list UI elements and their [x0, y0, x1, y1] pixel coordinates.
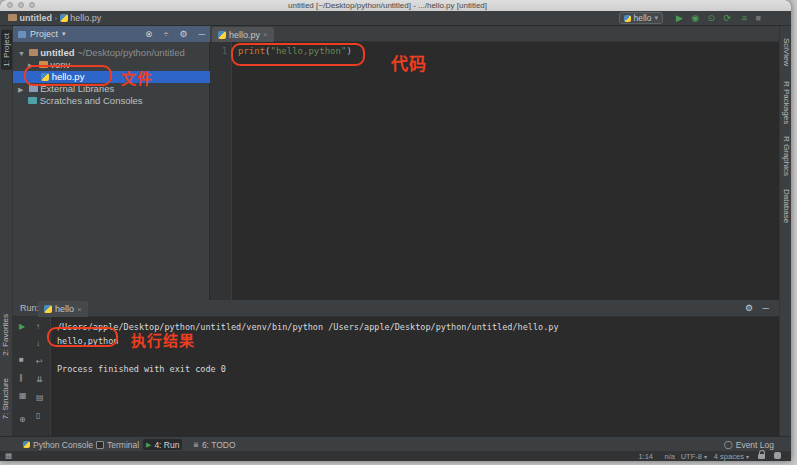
- scroll-to-end-button[interactable]: ⇊: [36, 375, 43, 384]
- annotation-box-file: [24, 65, 112, 86]
- pin-tab-button[interactable]: ⊕: [19, 415, 26, 424]
- stop-button[interactable]: ■: [756, 12, 761, 24]
- branch-closed-icon[interactable]: ▶: [18, 86, 26, 94]
- tree-row-root[interactable]: ▼ untitled ~/Desktop/python/untitled: [13, 47, 210, 59]
- event-log-button[interactable]: ◯ Event Log: [721, 439, 777, 450]
- terminal-label: Terminal: [107, 440, 139, 450]
- profiler-button[interactable]: ⟳: [723, 12, 731, 24]
- run-configuration-value: hello: [634, 13, 652, 23]
- breadcrumb-project[interactable]: untitled: [20, 13, 53, 23]
- toolwindow-tab-todo[interactable]: ≣ 6: TODO: [190, 439, 239, 450]
- sidebar-tab-sciview[interactable]: SciView: [782, 38, 791, 66]
- close-window-button[interactable]: [7, 2, 13, 8]
- terminal-icon: [96, 441, 104, 449]
- editor-tab-label: hello.py: [229, 30, 260, 40]
- debug-button[interactable]: ◉: [691, 12, 699, 24]
- encoding-value: UTF-8: [681, 452, 702, 461]
- toolwindow-tab-terminal[interactable]: Terminal: [93, 439, 142, 450]
- restore-layout-button[interactable]: ▦: [19, 391, 27, 400]
- coverage-button[interactable]: ⊙: [707, 12, 715, 24]
- project-tool-icon: [18, 31, 26, 38]
- settings-gear-icon[interactable]: ⚙: [180, 29, 188, 39]
- run-panel-label: Run:: [20, 303, 39, 313]
- folder-icon: [29, 49, 38, 56]
- collapse-all-icon[interactable]: ÷: [164, 29, 169, 39]
- up-stacktrace-button[interactable]: ↑: [36, 322, 40, 331]
- chevron-right-icon: ›: [55, 14, 58, 23]
- todo-icon: ≣: [193, 441, 199, 449]
- annotation-label-result: 执行结果: [131, 329, 195, 350]
- soft-wrap-button[interactable]: ↩: [36, 357, 43, 366]
- tree-root-name: untitled: [40, 47, 74, 58]
- python-icon: [624, 15, 631, 22]
- settings-gear-icon[interactable]: ⚙: [745, 303, 753, 313]
- right-toolwindow-bar: SciView R Packages R Graphics Database: [779, 26, 791, 436]
- caret-position[interactable]: 1:14: [638, 452, 653, 461]
- indent-indicator[interactable]: 4 spaces ▾: [714, 452, 749, 461]
- locate-file-icon[interactable]: ⊗: [145, 29, 153, 39]
- chevron-down-icon: ▾: [746, 454, 749, 460]
- clear-all-button[interactable]: ▯: [36, 411, 40, 420]
- run-configuration-select[interactable]: hello ▾: [619, 12, 663, 24]
- pause-output-button[interactable]: ∥: [19, 373, 23, 382]
- chevron-down-icon: ▾: [704, 454, 707, 460]
- chevron-down-icon: ▾: [654, 14, 658, 22]
- breadcrumb-file[interactable]: hello.py: [70, 13, 101, 23]
- run-button[interactable]: ▶: [676, 12, 683, 24]
- run-tab-hello[interactable]: hello ×: [38, 301, 88, 317]
- sidebar-tab-r-packages[interactable]: R Packages: [782, 81, 791, 124]
- lock-icon[interactable]: [758, 454, 765, 459]
- editor-area[interactable]: hello.py × 1 print("hello,python"): [210, 26, 779, 300]
- editor-tab-bar: hello.py ×: [210, 26, 779, 42]
- run-tool-button[interactable]: ≡: [742, 12, 747, 24]
- encoding-indicator[interactable]: UTF-8 ▾: [681, 452, 707, 461]
- sidebar-tab-structure[interactable]: 7: Structure: [1, 378, 10, 419]
- scratches-icon: [28, 97, 37, 104]
- indent-value: 4 spaces: [714, 452, 744, 461]
- tree-row-scratches[interactable]: Scratches and Consoles: [13, 95, 210, 107]
- run-icon: ▶: [146, 441, 151, 449]
- navigation-bar: untitled › hello.py hello ▾ ▶ ◉ ⊙ ⟳ ≡ ■: [0, 11, 791, 26]
- run-toolwindow: Run: hello × ⚙ ─ ▶ ■ ∥ ▦ ⊕ ↑ ↓ ↩ ⇊ ▤ ▯ /…: [13, 300, 779, 436]
- toolwindow-tab-python-console[interactable]: Python Console: [20, 439, 96, 450]
- print-button[interactable]: ▤: [36, 393, 44, 402]
- toolwindow-switcher-icon[interactable]: ▦: [5, 451, 12, 460]
- ide-window: untitled [~/Desktop/python/untitled] - .…: [0, 0, 791, 461]
- branch-open-icon[interactable]: ▼: [18, 50, 26, 57]
- python-file-icon: [218, 31, 226, 39]
- chevron-down-icon[interactable]: ▾: [62, 30, 66, 38]
- tree-root-path: ~/Desktop/python/untitled: [77, 47, 184, 58]
- python-console-icon: [23, 441, 30, 448]
- folder-icon: [8, 14, 17, 21]
- stop-button[interactable]: ■: [19, 355, 24, 364]
- tree-scratches-label: Scratches and Consoles: [40, 95, 143, 106]
- sidebar-tab-favorites[interactable]: 2: Favorites: [1, 314, 10, 356]
- bottom-toolwindow-bar: Python Console Terminal ▶ 4: Run ≣ 6: TO…: [0, 436, 791, 451]
- editor-tab-hello-py[interactable]: hello.py ×: [212, 27, 274, 42]
- breadcrumb: untitled › hello.py: [8, 13, 101, 23]
- down-stacktrace-button[interactable]: ↓: [36, 339, 40, 348]
- sidebar-tab-database[interactable]: Database: [782, 189, 791, 223]
- toolwindow-tab-run[interactable]: ▶ 4: Run: [143, 439, 182, 450]
- close-tab-icon[interactable]: ×: [77, 305, 82, 314]
- minimize-window-button[interactable]: [18, 2, 24, 8]
- annotation-box-code: [231, 43, 365, 66]
- zoom-window-button[interactable]: [29, 2, 35, 8]
- sidebar-tab-r-graphics[interactable]: R Graphics: [782, 136, 791, 176]
- run-tab-label: hello: [55, 304, 74, 314]
- close-tab-icon[interactable]: ×: [263, 30, 268, 39]
- project-panel-title[interactable]: Project: [30, 29, 58, 39]
- inspections-hector-icon[interactable]: [774, 452, 781, 459]
- python-icon: [44, 305, 52, 313]
- event-log-icon: ◯: [724, 440, 733, 449]
- line-separator-indicator[interactable]: n/a: [665, 452, 675, 461]
- rerun-button[interactable]: ▶: [19, 322, 25, 331]
- project-panel-header: Project ▾ ⊗ ÷ ⚙ ─: [13, 26, 210, 42]
- window-title: untitled [~/Desktop/python/untitled] - .…: [288, 1, 487, 10]
- left-toolwindow-bar: 1: Project 2: Favorites 7: Structure: [0, 26, 13, 436]
- hide-panel-icon[interactable]: ─: [199, 29, 205, 39]
- libraries-icon: [29, 85, 38, 92]
- hide-panel-icon[interactable]: ─: [763, 303, 769, 313]
- sidebar-tab-project[interactable]: 1: Project: [1, 30, 12, 70]
- status-bar: ▦ 1:14 n/a UTF-8 ▾ 4 spaces ▾: [0, 451, 791, 461]
